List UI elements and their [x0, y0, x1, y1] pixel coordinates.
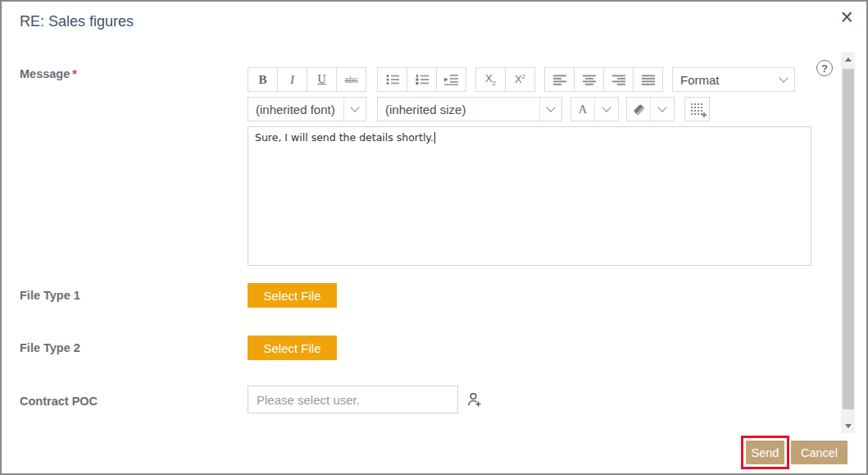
numbered-list-icon [416, 74, 429, 85]
chevron-down-icon [594, 98, 618, 121]
select-file-1-button[interactable]: Select File [248, 283, 337, 308]
required-asterisk: * [72, 67, 77, 80]
message-editor-body[interactable]: Sure, I will send the details shortly. [248, 126, 811, 266]
scroll-down-icon[interactable] [841, 419, 855, 433]
close-icon[interactable]: × [840, 7, 853, 29]
toolbar-list-group [377, 67, 466, 92]
chevron-down-icon [343, 98, 366, 121]
indent-icon [444, 74, 458, 85]
numbered-list-button[interactable] [407, 67, 437, 92]
italic-button[interactable]: I [277, 67, 307, 92]
help-icon[interactable]: ? [816, 60, 833, 76]
file-type-1-label: File Type 1 [20, 289, 80, 302]
format-dropdown-value: Format [673, 73, 773, 87]
vertical-scrollbar[interactable] [841, 53, 855, 433]
insert-table-button[interactable] [684, 97, 710, 121]
align-left-button[interactable] [544, 67, 575, 92]
align-left-icon [553, 75, 566, 85]
bold-icon: B [258, 73, 266, 87]
align-center-button[interactable] [574, 67, 604, 92]
text-cursor [434, 132, 435, 144]
dialog-title: RE: Sales figures [20, 13, 134, 30]
font-size-dropdown[interactable]: (inherited size) [377, 97, 562, 121]
table-grid-icon [690, 103, 704, 116]
italic-icon: I [290, 73, 294, 87]
bold-button[interactable]: B [248, 67, 278, 92]
toolbar-text-style-group: B I U abc [248, 67, 366, 92]
add-user-icon[interactable] [466, 391, 483, 409]
bullet-list-icon [386, 74, 399, 85]
message-label-text: Message [20, 67, 70, 80]
align-right-button[interactable] [603, 67, 634, 92]
superscript-icon: X2 [515, 73, 525, 85]
contract-poc-input[interactable] [248, 386, 458, 413]
align-center-icon [583, 75, 596, 85]
file-type-2-label: File Type 2 [20, 341, 80, 354]
bullet-list-button[interactable] [377, 67, 407, 92]
contract-poc-label: Contract POC [20, 395, 98, 408]
align-justify-button[interactable] [633, 67, 663, 92]
background-color-dropdown[interactable] [626, 97, 675, 121]
font-family-value: (inherited font) [248, 103, 343, 116]
font-color-icon: A [571, 98, 594, 121]
underline-icon: U [317, 73, 325, 86]
superscript-button[interactable]: X2 [505, 67, 535, 92]
chevron-down-icon [650, 98, 674, 121]
scrollbar-thumb[interactable] [843, 69, 854, 409]
strikethrough-icon: abc [344, 75, 357, 84]
chevron-down-icon [539, 98, 561, 121]
send-button[interactable]: Send [746, 441, 784, 464]
scroll-up-icon[interactable] [841, 53, 855, 66]
chevron-down-icon [773, 68, 794, 91]
align-right-icon [612, 75, 625, 85]
reply-dialog: RE: Sales figures × Message* B I U abc [0, 0, 868, 475]
align-justify-icon [642, 75, 655, 85]
background-color-icon [627, 98, 650, 121]
message-text: Sure, I will send the details shortly. [255, 131, 434, 144]
toolbar-script-group: X2 X2 [475, 67, 535, 92]
subscript-icon: X2 [485, 72, 496, 87]
font-family-dropdown[interactable]: (inherited font) [248, 97, 366, 121]
underline-button[interactable]: U [307, 67, 337, 92]
font-color-dropdown[interactable]: A [570, 97, 619, 121]
insert-table-group [684, 97, 710, 121]
cancel-button[interactable]: Cancel [791, 441, 848, 464]
font-size-value: (inherited size) [378, 103, 539, 116]
strikethrough-button[interactable]: abc [336, 67, 366, 92]
subscript-button[interactable]: X2 [475, 67, 506, 92]
select-file-2-button[interactable]: Select File [248, 336, 337, 360]
message-label: Message* [20, 67, 77, 80]
toolbar-align-group [544, 67, 663, 92]
format-dropdown[interactable]: Format [672, 67, 795, 92]
indent-button[interactable] [436, 67, 466, 92]
